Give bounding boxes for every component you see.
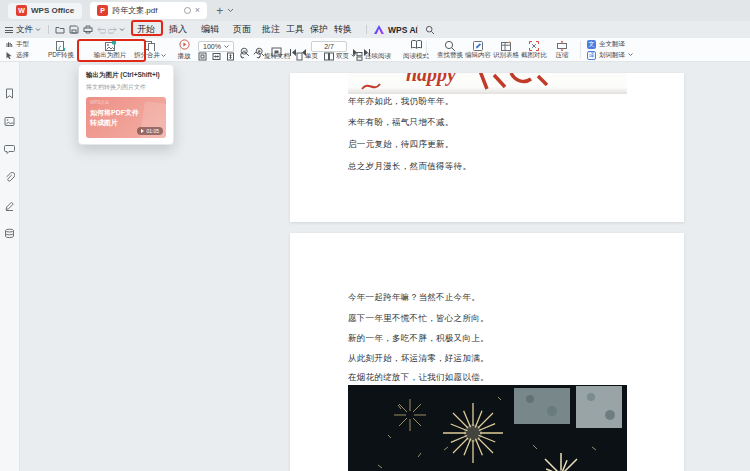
- redo-button[interactable]: [108, 21, 118, 38]
- menu-item-insert[interactable]: 插入: [169, 21, 187, 38]
- find-replace-label: 查找替换: [437, 51, 463, 60]
- file-menu-label: 文件: [16, 24, 33, 36]
- quickbar-chevron-icon[interactable]: [119, 21, 125, 38]
- rotate-document-label: 旋转文档: [264, 52, 290, 61]
- tab-close-icon[interactable]: ×: [195, 6, 200, 15]
- divider: [426, 41, 427, 59]
- wps-ai-button[interactable]: WPS AI: [374, 21, 418, 38]
- double-page-button[interactable]: 双页: [324, 51, 356, 61]
- word-translate-button[interactable]: 译 划词翻译: [587, 50, 633, 60]
- menu-item-convert[interactable]: 转换: [334, 21, 352, 38]
- play-icon: [141, 129, 144, 133]
- doc-line: 在烟花的绽放下，让我们如愿以偿。: [348, 372, 489, 384]
- video-duration-badge: 01:05: [137, 127, 163, 135]
- rotate-right-button[interactable]: [252, 51, 261, 61]
- doc-line: 年年亦如此，我仍盼年年。: [348, 96, 454, 108]
- new-tab-button[interactable]: +: [216, 5, 223, 17]
- fit-page-button[interactable]: [198, 51, 207, 61]
- search-icon: [425, 25, 435, 35]
- double-page-icon: [324, 52, 334, 61]
- fit-width-icon: [212, 52, 221, 61]
- thumbnails-button[interactable]: [3, 114, 17, 128]
- folder-icon: [55, 25, 65, 34]
- play-button[interactable]: [179, 39, 190, 50]
- play-group: 播放: [172, 39, 196, 61]
- edit-content-icon: [472, 40, 484, 51]
- rotate-document-button[interactable]: 旋转文档: [264, 51, 290, 61]
- split-merge-chevron-icon: [161, 54, 166, 58]
- wps-home-tab[interactable]: W WPS Office: [8, 3, 82, 19]
- tab-pin-icon[interactable]: [184, 7, 191, 14]
- open-button[interactable]: [55, 21, 65, 38]
- menu-item-start[interactable]: 开始: [137, 21, 155, 38]
- full-translate-button[interactable]: 文 全文翻译: [587, 39, 633, 49]
- fit-width-button[interactable]: [212, 51, 221, 61]
- output-image-icon: [104, 40, 116, 51]
- menu-item-page[interactable]: 页面: [233, 21, 251, 38]
- doc-line: 来年有盼，福气只增不减。: [348, 117, 454, 129]
- page1-photo: happy: [348, 73, 627, 94]
- rotate-left-button[interactable]: [240, 51, 249, 61]
- pdf-page-2: 今年一起跨年嘛？当然不止今年。 愿下一年里不慌不忙，皆心之所向。 新的一年，多吃…: [290, 233, 684, 471]
- redo-icon: [108, 25, 118, 34]
- tab-list-chevron-icon[interactable]: [227, 8, 234, 13]
- signature-button[interactable]: [3, 198, 17, 212]
- menu-item-protect[interactable]: 保护: [310, 21, 328, 38]
- split-merge-icon: [144, 40, 156, 51]
- continuous-read-label: 连续阅读: [365, 52, 391, 61]
- menu-item-tools[interactable]: 工具: [286, 21, 304, 38]
- zoom-chevron-icon: [224, 45, 229, 49]
- image-icon: [4, 116, 15, 127]
- hand-tool-button[interactable]: 手型: [5, 39, 29, 49]
- recognize-table-label: 识别表格: [493, 51, 519, 60]
- divider: [417, 25, 418, 34]
- pdf-convert-label: PDF转换: [48, 51, 74, 60]
- comments-button[interactable]: [3, 142, 17, 156]
- play-label: 播放: [178, 51, 191, 61]
- pdf-file-icon: P: [97, 5, 108, 16]
- read-mode-button[interactable]: 阅读模式: [398, 39, 434, 61]
- doc-line: 总之岁月漫长，然而值得等待。: [348, 161, 471, 173]
- search-button[interactable]: [425, 21, 435, 38]
- continuous-read-button[interactable]: 连续阅读: [356, 51, 391, 61]
- menu-item-edit[interactable]: 编辑: [201, 21, 219, 38]
- pdf-convert-button[interactable]: PDF转换: [40, 39, 82, 61]
- file-menu-chevron-icon: [35, 28, 41, 32]
- output-as-image-label: 输出为图片: [94, 51, 127, 60]
- hand-icon: [5, 40, 13, 48]
- bookmarks-button[interactable]: [3, 86, 17, 100]
- fit-height-button[interactable]: [226, 51, 235, 61]
- pdf-convert-icon: [55, 40, 67, 51]
- single-page-label: 单页: [305, 52, 318, 61]
- title-bar: W WPS Office P 跨年文案.pdf × +: [0, 0, 750, 21]
- attachments-button[interactable]: [3, 170, 17, 184]
- video-title-line1: 如何将PDF文件: [90, 108, 139, 118]
- single-page-button[interactable]: 单页: [296, 51, 318, 61]
- hamburger-icon: [5, 27, 13, 33]
- translate-group: 文 全文翻译 译 划词翻译: [587, 39, 633, 60]
- undo-button[interactable]: [96, 21, 106, 38]
- fit-height-icon: [226, 52, 235, 61]
- file-menu[interactable]: 文件: [5, 21, 41, 38]
- select-tool-button[interactable]: 选择: [5, 50, 29, 60]
- pointer-tools-group: 手型 选择: [5, 39, 29, 60]
- double-page-label: 双页: [336, 52, 349, 61]
- rotate-left-icon: [240, 52, 249, 61]
- edit-content-label: 编辑内容: [465, 51, 491, 60]
- print-button[interactable]: [83, 21, 93, 38]
- wps-ai-label: WPS AI: [388, 25, 418, 35]
- page-indicator: 2/7: [324, 43, 334, 50]
- layers-button[interactable]: [3, 226, 17, 240]
- split-merge-button[interactable]: 拆分合并: [124, 39, 176, 61]
- doc-line: 今年一起跨年嘛？当然不止今年。: [348, 292, 480, 304]
- bookmark-icon: [4, 88, 15, 99]
- compress-button[interactable]: 压缩: [545, 39, 579, 61]
- panel-subtitle: 将文档转换为图片文件: [86, 83, 166, 92]
- layers-icon: [4, 228, 15, 239]
- tutorial-video-card[interactable]: WPS学堂 如何将PDF文件 转成图片 01:05: [86, 97, 166, 138]
- save-button[interactable]: [69, 21, 79, 38]
- book-icon: [410, 39, 423, 50]
- menu-item-annotate[interactable]: 批注: [262, 21, 280, 38]
- app-name: WPS Office: [31, 6, 74, 15]
- document-tab[interactable]: P 跨年文案.pdf ×: [90, 2, 207, 19]
